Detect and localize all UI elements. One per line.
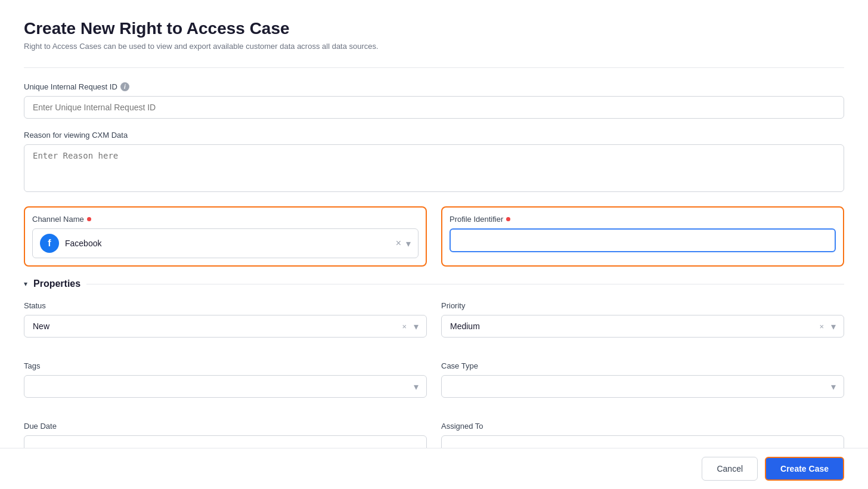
reason-textarea[interactable]: [24, 144, 844, 192]
cancel-button[interactable]: Cancel: [702, 457, 758, 481]
status-field-group: Status New Open Closed Pending × ▾: [24, 301, 427, 338]
tags-field-group: Tags ▾ [data-name="tags-select-wrapper"]…: [24, 361, 427, 398]
page-title: Create New Right to Access Case: [24, 19, 844, 38]
channel-chevron-icon: ▾: [406, 238, 411, 249]
unique-id-label-text: Unique Internal Request ID: [24, 82, 117, 91]
footer-buttons: Cancel Create Case: [0, 448, 868, 489]
reason-label: Reason for viewing CXM Data: [24, 131, 844, 140]
case-type-field-group: Case Type ▾: [441, 361, 844, 398]
case-type-label-text: Case Type: [441, 361, 478, 370]
channel-value: Facebook: [65, 239, 101, 248]
title-divider: [24, 67, 844, 68]
due-date-label: Due Date: [24, 422, 427, 431]
tags-casetype-row: Tags ▾ [data-name="tags-select-wrapper"]…: [24, 361, 844, 410]
profile-identifier-label: Profile Identifier: [450, 215, 836, 224]
status-label: Status: [24, 301, 427, 310]
tags-select[interactable]: [24, 375, 427, 398]
priority-label: Priority: [441, 301, 844, 310]
properties-chevron-icon[interactable]: ▾: [24, 280, 27, 288]
channel-profile-row: Channel Name f Facebook × ▾ Profile Iden…: [24, 206, 844, 267]
case-type-select-wrapper: ▾: [441, 375, 844, 398]
status-priority-row: Status New Open Closed Pending × ▾ Prior…: [24, 301, 844, 349]
assigned-to-label: Assigned To: [441, 422, 844, 431]
status-label-text: Status: [24, 301, 46, 310]
unique-id-label: Unique Internal Request ID i: [24, 82, 844, 91]
unique-id-input[interactable]: [24, 96, 844, 119]
page-subtitle: Right to Access Cases can be used to vie…: [24, 42, 844, 51]
priority-select[interactable]: Low Medium High Urgent: [441, 315, 844, 338]
assigned-to-label-text: Assigned To: [441, 422, 483, 431]
status-select[interactable]: New Open Closed Pending: [24, 315, 427, 338]
status-select-wrapper: New Open Closed Pending × ▾: [24, 315, 427, 338]
channel-name-label: Channel Name: [32, 215, 418, 224]
profile-identifier-input[interactable]: 2737448099672619: [450, 228, 836, 252]
reason-field-group: Reason for viewing CXM Data: [24, 131, 844, 194]
properties-divider: [86, 284, 844, 284]
priority-label-text: Priority: [441, 301, 465, 310]
due-date-label-text: Due Date: [24, 422, 57, 431]
priority-field-group: Priority Low Medium High Urgent × ▾: [441, 301, 844, 338]
info-icon: i: [120, 82, 129, 91]
profile-required-indicator: [506, 217, 510, 221]
channel-name-select[interactable]: f Facebook × ▾: [32, 228, 418, 258]
priority-select-wrapper: Low Medium High Urgent × ▾: [441, 315, 844, 338]
unique-id-field-group: Unique Internal Request ID i: [24, 82, 844, 119]
tags-label: Tags: [24, 361, 427, 370]
channel-required-indicator: [87, 217, 91, 221]
case-type-label: Case Type: [441, 361, 844, 370]
tags-select-wrapper: ▾: [24, 375, 427, 398]
properties-section-header: ▾ Properties: [24, 278, 844, 289]
channel-select-left: f Facebook: [40, 234, 101, 253]
create-case-button[interactable]: Create Case: [765, 457, 844, 481]
facebook-icon: f: [40, 234, 59, 253]
reason-label-text: Reason for viewing CXM Data: [24, 131, 128, 140]
channel-name-container: Channel Name f Facebook × ▾: [24, 206, 427, 267]
profile-identifier-label-text: Profile Identifier: [450, 215, 503, 224]
profile-identifier-container: Profile Identifier 2737448099672619: [441, 206, 844, 267]
case-type-select[interactable]: [441, 375, 844, 398]
channel-name-label-text: Channel Name: [32, 215, 84, 224]
tags-label-text: Tags: [24, 361, 40, 370]
channel-select-controls: × ▾: [396, 238, 411, 249]
channel-clear-icon[interactable]: ×: [396, 238, 401, 249]
properties-title: Properties: [33, 278, 80, 289]
